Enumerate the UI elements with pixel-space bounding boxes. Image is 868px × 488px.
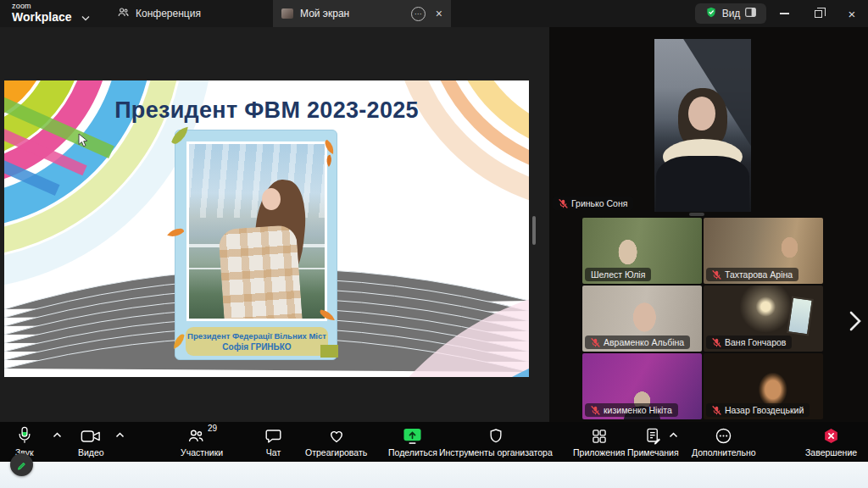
video-tile[interactable]: Авраменко Альбіна [582, 286, 702, 352]
next-participants-chevron-icon[interactable] [848, 310, 863, 332]
participants-grid: Шелест Юлія Тахтарова Аріна Авраменко Ал… [582, 218, 823, 419]
audio-button[interactable]: Звук [15, 425, 34, 458]
more-ellipsis-icon [715, 425, 732, 445]
chat-button[interactable]: Чат [264, 425, 282, 458]
top-tab-bar: zoom Workplace Конференция Мой экран ···… [0, 0, 868, 27]
participants-icon [186, 425, 205, 445]
president-name-badge: Президент Федерації Вільних Міст Софія Г… [186, 327, 328, 356]
more-button[interactable]: Дополнительно [692, 425, 756, 458]
leaf-icon [169, 125, 191, 147]
notes-label: Примечания [627, 447, 679, 458]
share-button[interactable]: Поделиться [388, 425, 437, 458]
apps-label: Приложения [573, 447, 625, 458]
shared-screen-area: Президент ФВМ 2023-2025 Президент Федера… [0, 27, 549, 422]
mic-muted-icon [591, 406, 600, 415]
notes-icon [645, 425, 661, 445]
president-photo [186, 141, 327, 321]
audio-options-chevron-icon[interactable] [53, 432, 62, 438]
president-photo-card: Президент Федерації Вільних Міст Софія Г… [175, 130, 337, 360]
tab-meeting-label: Конференция [136, 8, 201, 19]
tab-options-icon[interactable]: ··· [411, 7, 426, 21]
participant-name: Шелест Юлія [591, 269, 645, 280]
leaf-icon [169, 330, 188, 350]
mic-muted-icon [559, 199, 568, 208]
apps-button[interactable]: Приложения [573, 425, 625, 458]
react-label: Отреагировать [305, 447, 367, 458]
share-label: Поделиться [388, 447, 437, 458]
participant-name: Назар Гвоздецький [725, 405, 804, 415]
desktop-edge-strip [0, 462, 868, 488]
zoom-window: zoom Workplace Конференция Мой экран ···… [0, 0, 868, 488]
name-tag: Тахтарова Аріна [706, 268, 798, 281]
apps-icon [591, 425, 608, 445]
camera-icon [81, 425, 101, 445]
name-tag: Авраменко Альбіна [585, 336, 690, 349]
video-options-chevron-icon[interactable] [115, 432, 125, 438]
window-restore-button[interactable] [801, 0, 835, 27]
video-button[interactable]: Видео [78, 425, 104, 458]
annotate-button[interactable] [10, 453, 33, 476]
close-icon: × [849, 7, 856, 21]
window-minimize-button[interactable] [767, 0, 801, 27]
workspace-chevron-down-icon[interactable] [81, 9, 90, 25]
meeting-toolbar: Звук Видео 29 Участники [0, 422, 868, 462]
featured-video-tile[interactable] [654, 39, 751, 212]
notes-options-chevron-icon[interactable] [669, 432, 678, 438]
presentation-slide: Президент ФВМ 2023-2025 Президент Федера… [4, 80, 529, 377]
restore-icon [815, 10, 822, 18]
photo-person-face [262, 188, 281, 210]
mouse-cursor [78, 133, 89, 148]
participants-count: 29 [208, 424, 217, 433]
card-corner-decoration [320, 345, 338, 358]
video-background [787, 296, 814, 336]
chat-icon [264, 425, 282, 445]
badge-title: Президент Федерації Вільних Міст [187, 331, 326, 341]
grid-drag-handle[interactable] [689, 213, 704, 216]
name-tag: Ваня Гончаров [706, 336, 792, 349]
share-screen-icon [403, 425, 422, 445]
brand-zoom: zoom [12, 3, 72, 10]
video-tile[interactable]: Шелест Юлія [582, 218, 702, 284]
heart-react-icon [327, 425, 346, 445]
host-tools-label: Инструменты организатора [439, 447, 553, 458]
video-tile[interactable]: Тахтарова Аріна [704, 218, 823, 284]
view-layout-icon [745, 8, 756, 19]
tab-my-screen[interactable]: Мой экран ··· × [273, 0, 451, 27]
featured-name-tag: Гринько Соня [553, 197, 633, 210]
more-label: Дополнительно [692, 447, 756, 458]
participants-label: Участники [181, 447, 223, 458]
share-scrollbar[interactable] [532, 216, 536, 245]
notes-button[interactable]: Примечания [627, 425, 679, 458]
end-meeting-button[interactable]: Завершение [805, 425, 857, 458]
tab-close-icon[interactable]: × [436, 7, 442, 20]
participant-name: кизименко Нікіта [604, 405, 672, 415]
react-button[interactable]: Отреагировать [305, 425, 367, 458]
badge-name: Софія ГРИНЬКО [222, 342, 291, 352]
chat-label: Чат [266, 447, 281, 458]
name-tag: Назар Гвоздецький [706, 403, 810, 417]
security-view-control[interactable]: Вид [695, 3, 766, 24]
mic-muted-icon [712, 406, 721, 415]
view-label: Вид [722, 8, 741, 19]
video-tile[interactable]: Ваня Гончаров [704, 286, 823, 352]
participant-name: Авраменко Альбіна [604, 337, 684, 347]
end-meeting-label: Завершение [805, 447, 857, 458]
participant-name: Гринько Соня [571, 198, 627, 208]
brand-workplace: Workplace [12, 11, 72, 23]
tab-meeting[interactable]: Конференция [108, 0, 209, 27]
host-tools-button[interactable]: Инструменты организатора [439, 425, 553, 458]
name-tag: Шелест Юлія [585, 268, 651, 281]
mic-muted-icon [591, 338, 600, 347]
mic-muted-icon [712, 338, 721, 347]
participant-name: Тахтарова Аріна [725, 269, 793, 280]
name-tag: кизименко Нікіта [585, 403, 678, 417]
participants-panel: Гринько Соня Шелест Юлія Тахтарова Аріна… [549, 27, 868, 422]
video-person [656, 156, 749, 212]
video-person [688, 97, 715, 130]
video-tile[interactable]: кизименко Нікіта [582, 353, 702, 419]
video-label: Видео [78, 447, 104, 458]
video-tile[interactable]: Назар Гвоздецький [704, 353, 823, 419]
window-close-button[interactable]: × [835, 0, 868, 27]
participants-button[interactable]: 29 Участники [181, 425, 223, 458]
host-tools-icon [487, 425, 504, 445]
